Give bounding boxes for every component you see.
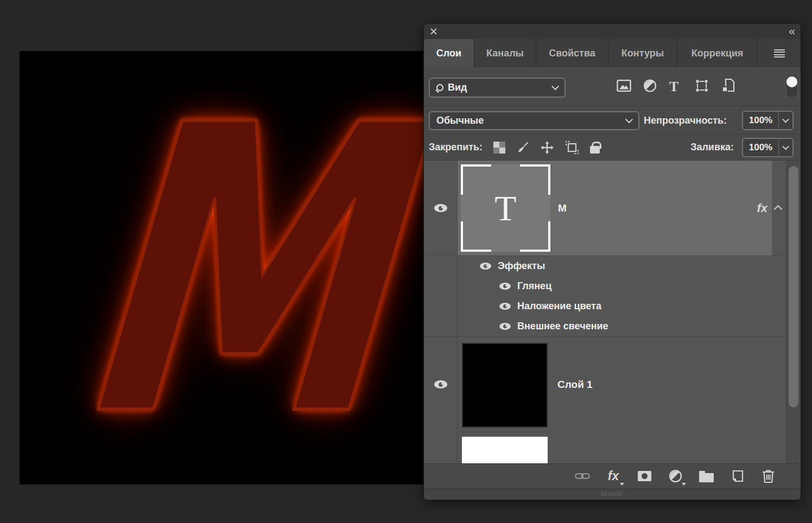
effect-row-satin[interactable]: Глянец	[424, 276, 801, 296]
blend-mode-dropdown[interactable]: Обычные	[429, 111, 639, 130]
filter-smart-objects-icon[interactable]	[721, 78, 735, 95]
filter-type-layers-icon[interactable]: T	[669, 79, 678, 95]
eye-icon[interactable]	[499, 303, 511, 310]
fill-value[interactable]: 100%	[743, 142, 778, 153]
visibility-cell	[424, 316, 458, 336]
effect-label: Внешнее свечение	[517, 321, 608, 332]
lock-row: Закрепить: Заливка: 100%	[424, 135, 801, 160]
scrollbar-thumb[interactable]	[789, 166, 798, 407]
panel-menu-icon	[774, 49, 785, 58]
new-layer-button[interactable]	[729, 468, 745, 484]
tab-adjustments[interactable]: Коррекция	[677, 39, 758, 67]
eye-icon[interactable]	[499, 283, 511, 290]
fill-field[interactable]: 100%	[742, 138, 794, 157]
layer-name[interactable]: М	[558, 202, 567, 214]
eye-icon[interactable]	[480, 263, 491, 270]
visibility-cell[interactable]	[424, 161, 458, 256]
new-adjustment-layer-button[interactable]	[668, 468, 683, 484]
layer-row-layer1[interactable]: Слой 1	[424, 337, 801, 432]
effects-block: Эффекты Глянец Наложение цвета	[424, 256, 801, 337]
chevron-down-icon	[551, 82, 559, 90]
filter-pixel-layers-icon[interactable]	[617, 79, 631, 94]
fill-dropdown-button[interactable]	[778, 139, 792, 156]
panel-tabs: Слои Каналы Свойства Контуры Коррекция	[424, 39, 801, 67]
effects-header-row[interactable]: Эффекты	[424, 256, 801, 276]
lock-label: Закрепить:	[429, 142, 483, 153]
filter-shape-layers-icon[interactable]	[695, 79, 709, 95]
collapse-panel-icon[interactable]: «	[789, 24, 794, 37]
layer-style-button[interactable]: fx	[606, 468, 621, 484]
visibility-cell[interactable]	[424, 432, 458, 463]
lock-position-icon[interactable]	[540, 141, 554, 155]
lock-artboard-icon[interactable]	[565, 141, 579, 155]
effect-row-color-overlay[interactable]: Наложение цвета	[424, 296, 801, 316]
type-thumbnail-glyph: T	[494, 188, 516, 229]
opacity-value[interactable]: 100%	[743, 115, 778, 126]
chevron-down-icon	[782, 116, 789, 123]
opacity-label: Непрозрачность:	[644, 114, 727, 126]
panel-bottom-strip	[424, 488, 801, 499]
panel-titlebar: «	[424, 24, 801, 39]
eye-icon[interactable]	[434, 380, 447, 388]
delete-layer-button[interactable]	[760, 468, 776, 484]
visibility-cell	[424, 296, 458, 316]
document-canvas[interactable]: M	[20, 51, 424, 484]
photoshop-workspace: M « Слои Каналы Свойства Контуры Коррекц…	[0, 0, 812, 523]
triangle-down-icon	[620, 483, 624, 486]
resize-grip[interactable]	[601, 492, 623, 496]
panel-toolbar: fx	[424, 463, 801, 488]
new-group-button[interactable]	[699, 468, 714, 484]
filter-kind-dropdown[interactable]: Вид	[429, 78, 566, 98]
layers-list: T М fx Эффекты	[424, 160, 801, 463]
thumb-frame-corner	[461, 164, 491, 195]
effect-label: Наложение цвета	[517, 301, 601, 312]
lock-pixels-brush-icon[interactable]	[516, 141, 529, 154]
layer-row-text[interactable]: T М fx	[424, 161, 801, 256]
tab-paths[interactable]: Контуры	[608, 39, 677, 67]
toggle-knob	[786, 76, 797, 87]
panel-menu-button[interactable]	[758, 39, 801, 67]
blend-mode-value: Обычные	[436, 115, 484, 126]
layer-fx-badge[interactable]: fx	[757, 201, 767, 215]
fill-label: Заливка:	[690, 142, 734, 153]
layer-thumbnail[interactable]	[462, 437, 548, 463]
add-layer-mask-button[interactable]	[637, 468, 652, 484]
eye-icon[interactable]	[434, 204, 447, 212]
layer-row-body[interactable]: T М fx	[458, 161, 772, 256]
effect-label: Глянец	[517, 280, 551, 292]
eye-icon[interactable]	[499, 323, 511, 330]
filter-adjustment-layers-icon[interactable]	[643, 79, 657, 94]
chevron-down-icon	[782, 143, 789, 150]
layer-thumbnail[interactable]	[462, 343, 548, 428]
blend-row: Обычные Непрозрачность: 100%	[424, 106, 801, 135]
chevron-down-icon	[625, 116, 633, 123]
filter-kind-value: Вид	[448, 82, 467, 93]
lock-transparency-icon[interactable]	[493, 142, 505, 154]
collapse-effects-icon[interactable]	[774, 205, 783, 214]
layer-name[interactable]: Слой 1	[557, 379, 593, 391]
tab-channels[interactable]: Каналы	[474, 39, 536, 67]
lock-all-icon[interactable]	[590, 146, 600, 154]
effect-row-outer-glow[interactable]: Внешнее свечение	[424, 316, 801, 336]
effects-title: Эффекты	[498, 260, 545, 272]
thumb-frame-corner	[461, 221, 491, 252]
filter-toggle-switch[interactable]	[786, 76, 798, 98]
triangle-down-icon	[682, 483, 686, 486]
folder-icon	[699, 473, 714, 482]
filter-row: Вид T	[424, 67, 801, 106]
close-icon[interactable]	[430, 28, 437, 35]
layers-scrollbar[interactable]	[786, 161, 801, 463]
link-layers-button[interactable]	[575, 468, 590, 484]
search-icon	[436, 84, 443, 91]
layers-panel: « Слои Каналы Свойства Контуры Коррекция…	[424, 24, 801, 500]
tab-properties[interactable]: Свойства	[536, 39, 608, 67]
tab-layers[interactable]: Слои	[424, 39, 474, 67]
layer-row-partial[interactable]	[424, 432, 801, 463]
glow-text-letter: M	[68, 118, 405, 426]
opacity-dropdown-button[interactable]	[778, 112, 792, 129]
opacity-field[interactable]: 100%	[742, 111, 794, 130]
text-layer-thumbnail[interactable]: T	[461, 164, 550, 252]
visibility-cell	[424, 276, 458, 296]
visibility-cell[interactable]	[424, 337, 458, 432]
visibility-cell	[424, 256, 458, 276]
